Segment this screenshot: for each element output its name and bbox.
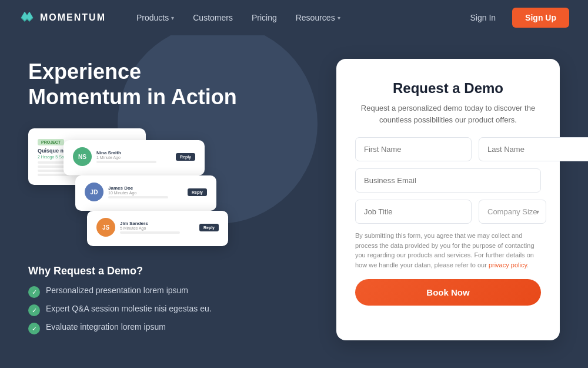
preview-chat-card-1: NS Nina Smith 1 Minute Ago Reply — [64, 140, 205, 175]
chat-time-1: 1 Minute Ago — [96, 155, 171, 160]
hero-title: Experience Momentum in Action — [28, 59, 252, 110]
nav-actions: Sign In Sign Up — [463, 8, 569, 28]
benefit-text-2: Expert Q&A session molestie nisi egestas… — [46, 304, 212, 313]
why-section: Why Request a Demo? ✓ Personalized prese… — [28, 265, 313, 334]
avatar-2: JD — [85, 183, 103, 201]
preview-chat-card-2: JD James Doe 10 Minutes Ago Reply — [75, 175, 216, 211]
nav-pricing[interactable]: Pricing — [245, 8, 284, 27]
demo-form-card: Request a Demo Request a personalized de… — [336, 59, 560, 340]
company-size-wrapper: Company Size 1-10 11-50 51-200 201-500 5… — [479, 200, 546, 224]
logo[interactable]: MOMENTUM — [19, 9, 106, 26]
navbar: MOMENTUM Products ▾ Customers Pricing Re… — [0, 0, 588, 35]
nav-resources[interactable]: Resources ▾ — [289, 8, 348, 27]
chat-info-3: Jim Sanders 5 Minutes Ago — [120, 221, 195, 234]
sign-up-button[interactable]: Sign Up — [512, 8, 569, 28]
benefit-3: ✓ Evaluate integration lorem ipsum — [28, 322, 313, 334]
nav-products[interactable]: Products ▾ — [129, 8, 181, 27]
first-name-field[interactable] — [355, 137, 472, 161]
chat-name-1: Nina Smith — [96, 150, 171, 155]
benefit-1: ✓ Personalized presentation lorem ipsum — [28, 286, 313, 298]
reply-btn-3[interactable]: Reply — [199, 224, 219, 231]
chat-time-2: 10 Minutes Ago — [108, 191, 183, 195]
job-title-field[interactable] — [355, 200, 472, 224]
chat-name-2: James Doe — [108, 185, 183, 191]
hero-left: Experience Momentum in Action PROJECT Qu… — [28, 59, 313, 340]
ui-preview: PROJECT Quisque nac varius ligula 2 Hrsa… — [28, 128, 252, 246]
form-title: Request a Demo — [355, 80, 541, 97]
check-icon-2: ✓ — [28, 304, 40, 316]
avatar-3: JS — [96, 218, 115, 237]
why-title: Why Request a Demo? — [28, 265, 313, 277]
job-company-row: Company Size 1-10 11-50 51-200 201-500 5… — [355, 200, 541, 224]
products-chevron-icon: ▾ — [171, 15, 174, 21]
check-icon-1: ✓ — [28, 286, 40, 298]
sign-in-button[interactable]: Sign In — [463, 8, 503, 27]
resources-chevron-icon: ▾ — [338, 15, 340, 21]
nav-links: Products ▾ Customers Pricing Resources ▾ — [129, 8, 463, 27]
benefit-2: ✓ Expert Q&A session molestie nisi egest… — [28, 304, 313, 316]
benefit-text-3: Evaluate integration lorem ipsum — [46, 322, 166, 331]
chat-time-3: 5 Minutes Ago — [120, 226, 195, 230]
chat-line-2 — [108, 196, 168, 198]
check-icon-3: ✓ — [28, 323, 40, 334]
logo-text: MOMENTUM — [40, 12, 106, 23]
reply-btn-1[interactable]: Reply — [176, 153, 195, 161]
avatar-1: NS — [73, 147, 92, 166]
chat-line-1 — [96, 161, 156, 163]
privacy-policy-link[interactable]: privacy policy — [489, 261, 527, 268]
reply-btn-2[interactable]: Reply — [188, 188, 207, 196]
form-subtitle: Request a personalized demo today to dis… — [355, 102, 541, 125]
nav-customers[interactable]: Customers — [186, 8, 240, 27]
project-badge: PROJECT — [38, 139, 64, 145]
name-row — [355, 137, 541, 161]
chat-info-1: Nina Smith 1 Minute Ago — [96, 150, 171, 163]
company-size-select[interactable]: Company Size 1-10 11-50 51-200 201-500 5… — [479, 200, 546, 224]
last-name-field[interactable] — [479, 137, 588, 161]
form-disclaimer: By submitting this form, you agree that … — [355, 231, 541, 270]
email-field[interactable] — [355, 168, 541, 193]
book-now-button[interactable]: Book Now — [355, 279, 541, 306]
benefit-text-1: Personalized presentation lorem ipsum — [46, 286, 188, 295]
preview-chat-card-3: JS Jim Sanders 5 Minutes Ago Reply — [87, 211, 228, 246]
chat-info-2: James Doe 10 Minutes Ago — [108, 185, 183, 198]
chat-name-3: Jim Sanders — [120, 221, 195, 226]
hero-section: Experience Momentum in Action PROJECT Qu… — [0, 35, 588, 364]
chat-line-3 — [120, 231, 180, 234]
